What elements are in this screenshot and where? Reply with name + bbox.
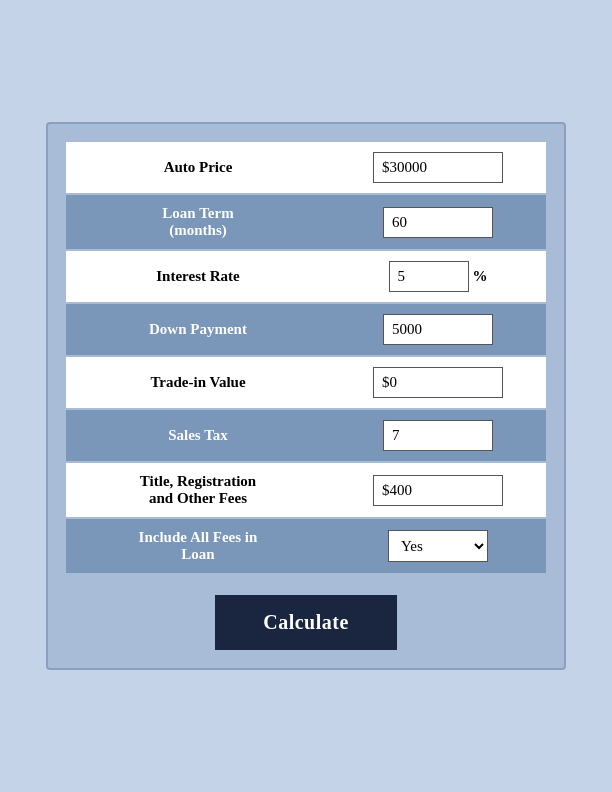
auto-price-cell bbox=[330, 142, 546, 194]
table-row: Sales Tax bbox=[66, 409, 546, 462]
loan-term-input[interactable] bbox=[383, 207, 493, 238]
table-row: Interest Rate % bbox=[66, 250, 546, 303]
trade-in-label: Trade-in Value bbox=[66, 356, 330, 409]
table-row: Auto Price bbox=[66, 142, 546, 194]
table-row: Down Payment bbox=[66, 303, 546, 356]
fees-label: Title, Registrationand Other Fees bbox=[66, 462, 330, 518]
loan-term-cell bbox=[330, 194, 546, 250]
percent-sign: % bbox=[473, 268, 488, 285]
interest-rate-input[interactable] bbox=[389, 261, 469, 292]
interest-rate-label: Interest Rate bbox=[66, 250, 330, 303]
trade-in-cell bbox=[330, 356, 546, 409]
down-payment-cell bbox=[330, 303, 546, 356]
sales-tax-label: Sales Tax bbox=[66, 409, 330, 462]
down-payment-label: Down Payment bbox=[66, 303, 330, 356]
fees-cell bbox=[330, 462, 546, 518]
calculator-wrapper: Auto Price Loan Term(months) Interest Ra… bbox=[46, 122, 566, 670]
include-fees-cell: Yes No bbox=[330, 518, 546, 574]
sales-tax-cell bbox=[330, 409, 546, 462]
fees-input[interactable] bbox=[373, 475, 503, 506]
interest-rate-wrap: % bbox=[344, 261, 532, 292]
button-row: Calculate bbox=[66, 595, 546, 650]
calculator-table: Auto Price Loan Term(months) Interest Ra… bbox=[66, 142, 546, 575]
table-row: Trade-in Value bbox=[66, 356, 546, 409]
table-row: Include All Fees inLoan Yes No bbox=[66, 518, 546, 574]
include-fees-label: Include All Fees inLoan bbox=[66, 518, 330, 574]
loan-term-label: Loan Term(months) bbox=[66, 194, 330, 250]
calculate-button[interactable]: Calculate bbox=[215, 595, 397, 650]
table-row: Title, Registrationand Other Fees bbox=[66, 462, 546, 518]
sales-tax-input[interactable] bbox=[383, 420, 493, 451]
table-row: Loan Term(months) bbox=[66, 194, 546, 250]
include-fees-select[interactable]: Yes No bbox=[388, 530, 488, 562]
trade-in-input[interactable] bbox=[373, 367, 503, 398]
auto-price-input[interactable] bbox=[373, 152, 503, 183]
auto-price-label: Auto Price bbox=[66, 142, 330, 194]
interest-rate-cell: % bbox=[330, 250, 546, 303]
down-payment-input[interactable] bbox=[383, 314, 493, 345]
